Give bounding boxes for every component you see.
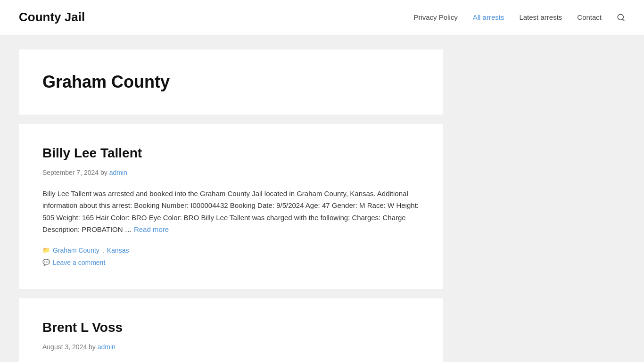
- site-header: County Jail Privacy Policy All arrests L…: [0, 0, 644, 35]
- comment-icon: 💬: [42, 258, 50, 268]
- article-meta-2: August 3, 2024 by admin: [42, 342, 420, 352]
- article-meta: September 7, 2024 by admin: [42, 167, 420, 178]
- nav-latest-arrests[interactable]: Latest arrests: [519, 12, 562, 23]
- category-title: Graham County: [42, 68, 420, 96]
- nav-privacy-policy[interactable]: Privacy Policy: [413, 12, 457, 23]
- category-link-kansas[interactable]: Kansas: [107, 245, 129, 255]
- article-author-2[interactable]: admin: [98, 343, 116, 351]
- article-title[interactable]: Billy Lee Tallent: [42, 143, 420, 164]
- article-date: September 7, 2024: [42, 169, 99, 176]
- article-excerpt: Billy Lee Tallent was arrested and booke…: [42, 188, 420, 236]
- leave-comment-link[interactable]: Leave a comment: [53, 257, 105, 268]
- category-header: Graham County: [19, 49, 443, 115]
- svg-line-1: [622, 19, 624, 20]
- article-title-2[interactable]: Brent L Voss: [42, 317, 420, 338]
- sidebar: [457, 49, 580, 362]
- nav-contact[interactable]: Contact: [577, 12, 602, 23]
- excerpt-text: Billy Lee Tallent was arrested and booke…: [42, 189, 419, 234]
- main-content: Graham County Billy Lee Tallent Septembe…: [19, 49, 443, 362]
- category-separator: ,: [102, 245, 104, 255]
- site-title[interactable]: County Jail: [19, 8, 85, 27]
- article-card: Billy Lee Tallent September 7, 2024 by a…: [19, 124, 443, 289]
- article-card-2: Brent L Voss August 3, 2024 by admin: [19, 298, 443, 362]
- comments-row: 💬 Leave a comment: [42, 257, 420, 268]
- search-button[interactable]: [617, 13, 625, 22]
- search-icon: [617, 13, 625, 22]
- article-author[interactable]: admin: [109, 169, 127, 176]
- main-nav: Privacy Policy All arrests Latest arrest…: [413, 12, 625, 23]
- article-date-2: August 3, 2024: [42, 343, 87, 351]
- by-text: by: [100, 169, 107, 176]
- by-text-2: by: [89, 343, 98, 351]
- folder-icon: 📁: [42, 246, 50, 255]
- nav-all-arrests[interactable]: All arrests: [473, 12, 504, 23]
- read-more-link[interactable]: Read more: [134, 225, 169, 233]
- entry-footer: 📁 Graham County, Kansas 💬 Leave a commen…: [42, 245, 420, 268]
- page-wrapper: Graham County Billy Lee Tallent Septembe…: [0, 35, 644, 362]
- category-link-graham[interactable]: Graham County: [53, 245, 99, 255]
- categories-row: 📁 Graham County, Kansas: [42, 245, 420, 255]
